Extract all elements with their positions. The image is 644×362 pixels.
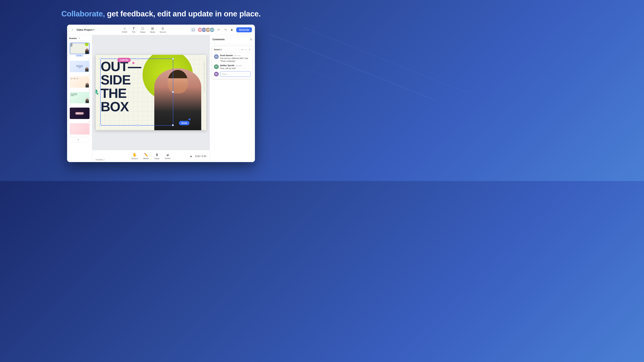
reply-input[interactable] xyxy=(220,71,251,77)
comment-avatar-2: ST xyxy=(214,64,219,69)
comments-title: Comments xyxy=(212,38,224,41)
timeline-tool-pause[interactable]: ⏸ Pause xyxy=(154,153,160,160)
cursor-blue: ◀ xyxy=(188,117,190,121)
toolbar-center: ☺ Avatar T Text ⬡ Shape ⊞ Media ⊙ Record xyxy=(98,26,189,33)
scene-item-6[interactable]: 6 xyxy=(68,121,91,135)
toolbar-right: 💬 SS ST JM AN ↩ ↪ ▶ Generate xyxy=(191,27,252,32)
cursor-pink: ▶ xyxy=(132,61,135,65)
scene-thumb-6 xyxy=(70,123,90,135)
comment-author-line-2: Steffen Tjerrild Just now xyxy=(220,64,242,67)
comment-time-1: Just now xyxy=(234,55,240,56)
badge-isabella[interactable]: Isabella xyxy=(118,58,131,62)
redo-button[interactable]: ↪ xyxy=(223,27,228,32)
scene-item-2[interactable]: 2 We build brandsthat change theworld xyxy=(68,58,91,72)
avatar-icon: ☺ xyxy=(123,27,126,30)
scene-number-5: 5 xyxy=(89,105,91,107)
avatar-figure xyxy=(154,68,201,130)
scene-thumb-5: Thank you xyxy=(70,108,90,119)
project-name[interactable]: Video Project ▾ xyxy=(76,28,94,31)
tool-record-label: Record xyxy=(160,31,166,33)
svg-line-1 xyxy=(302,27,322,94)
play-timeline-button[interactable]: ▶ xyxy=(189,154,194,159)
scene-item-4[interactable]: 4 How do we helpto think Outsidethe Box? xyxy=(68,89,91,103)
tool-text-label: Text xyxy=(132,31,135,33)
tool-record[interactable]: ⊙ Record xyxy=(160,26,166,33)
tool-media[interactable]: ⊞ Media xyxy=(150,26,155,33)
tool-shape[interactable]: ⬡ Shape xyxy=(140,26,146,33)
comment-body-1: Scott Savarie Just now Can we try a diff… xyxy=(220,54,251,63)
scene-number-2: 2 xyxy=(89,58,91,60)
comment-time-2: Just now xyxy=(235,65,242,66)
comments-header: Comments ⊟ xyxy=(210,35,255,44)
scenes-sidebar: Scenes ○ 2 OUT—SIDETHEBOX SC xyxy=(67,35,92,162)
main-content: Scenes ○ 2 OUT—SIDETHEBOX SC xyxy=(67,35,255,162)
text-icon: T xyxy=(133,27,134,30)
comment-author-2: Steffen Tjerrild xyxy=(220,64,234,67)
comment-item-1: SS Scott Savarie Just now Can we try a d… xyxy=(214,54,251,63)
thread-actions: ••• ✓ ✕ xyxy=(241,48,251,51)
scene-thumb-2: We build brandsthat change theworld xyxy=(70,61,90,72)
marker-label: Marker xyxy=(143,157,149,159)
comment-author-1: Scott Savarie xyxy=(220,54,233,57)
app-window: ‹ Video Project ▾ ☺ Avatar T Text ⬡ Shap… xyxy=(67,25,255,162)
collaborator-avatars: SS ST JM AN xyxy=(198,27,214,32)
canvas-area: OUT— SIDE THE BOX INTEGR xyxy=(92,35,210,162)
side-text-vertical: INTEGRATED CREATED CREATIVE AGENCY xyxy=(204,61,205,93)
timeline-tool-marker[interactable]: ✏️ Marker xyxy=(143,153,149,159)
comment-text-1: Can we try a different title? Like "Thin… xyxy=(220,57,251,63)
page-header: Collaborate, get feedback, edit and upda… xyxy=(62,9,261,18)
time-separator: / xyxy=(200,155,201,158)
diction-icon: æ xyxy=(166,153,169,157)
comments-panel: Comments ⊟ Scene 1 ••• ✓ ✕ SS xyxy=(210,35,255,162)
avatar-face xyxy=(168,70,188,93)
comment-item-2: ST Steffen Tjerrild Just now Sure, will … xyxy=(214,64,251,70)
avatar-hair xyxy=(168,70,188,78)
preview-button[interactable]: ▶ xyxy=(230,27,234,32)
scene-number-4: 4 xyxy=(89,89,91,91)
scene-item-1[interactable]: OUT—SIDETHEBOX SCENE 1 xyxy=(68,43,91,57)
scene-number-6: 6 xyxy=(89,121,91,122)
more-options-icon[interactable]: ••• xyxy=(241,48,244,51)
canvas-main-text: OUT— SIDE THE BOX xyxy=(100,60,141,113)
tool-text[interactable]: T Text xyxy=(132,27,135,33)
cursor-teal: ◀ xyxy=(96,92,98,95)
text-line-4: BOX xyxy=(100,100,141,113)
header-title-blue: Collaborate, xyxy=(62,9,105,18)
badge-anna[interactable]: Anna xyxy=(179,121,190,125)
toolbar: ‹ Video Project ▾ ☺ Avatar T Text ⬡ Shap… xyxy=(67,25,255,35)
filter-icon[interactable]: ⊟ xyxy=(250,38,252,41)
timeline-right-controls: ▶ 0:00 / 0:30 xyxy=(189,154,206,159)
scene-label-bottom: SCENE 1 xyxy=(96,159,105,161)
close-thread-icon[interactable]: ✕ xyxy=(248,48,251,51)
undo-button[interactable]: ↩ xyxy=(216,27,221,32)
timeline-tool-diction[interactable]: æ Diction xyxy=(165,153,170,159)
tool-media-label: Media xyxy=(150,31,155,33)
time-total: 0:30 xyxy=(202,155,206,158)
generate-button[interactable]: Generate xyxy=(236,27,252,32)
scenes-title: Scenes xyxy=(69,37,77,39)
scene-1-label: SCENE 1 xyxy=(76,55,83,57)
resolve-icon[interactable]: ✓ xyxy=(245,48,247,51)
pause-icon: ⏸ xyxy=(155,153,159,157)
reply-area: ME xyxy=(214,71,251,77)
scene-item-5[interactable]: 5 Thank you xyxy=(68,105,91,119)
canvas-avatar xyxy=(154,68,201,130)
media-icon: ⊞ xyxy=(151,26,154,30)
circle-icon: ○ xyxy=(78,37,79,39)
reply-avatar: ME xyxy=(214,72,219,76)
marker-icon: ✏️ xyxy=(144,153,148,157)
comment-body-2: Steffen Tjerrild Just now Sure, will try… xyxy=(220,64,242,70)
scene-item-3[interactable]: 3 13 2.5k 2k xyxy=(68,74,91,88)
add-scene-button[interactable]: + xyxy=(68,137,88,142)
back-button[interactable]: ‹ xyxy=(70,27,75,32)
canvas-frame[interactable]: OUT— SIDE THE BOX INTEGR xyxy=(96,55,206,130)
record-icon: ⊙ xyxy=(161,26,164,30)
tool-avatar[interactable]: ☺ Avatar xyxy=(122,27,127,33)
text-line-3: THE xyxy=(100,87,141,100)
reaction-button[interactable]: 💬 xyxy=(191,27,196,32)
timeline-tool-gesture[interactable]: ✋ Gesture xyxy=(131,153,138,160)
thread-scene-label: Scene 1 xyxy=(214,48,222,51)
header-title: Collaborate, get feedback, edit and upda… xyxy=(62,9,261,18)
pause-label: Pause xyxy=(154,158,160,160)
scene-thumb-3: 13 2.5k 2k xyxy=(70,76,90,88)
